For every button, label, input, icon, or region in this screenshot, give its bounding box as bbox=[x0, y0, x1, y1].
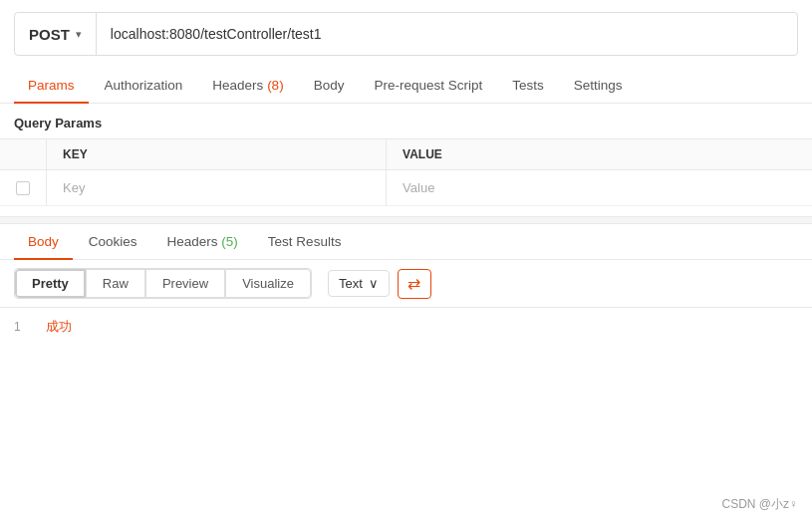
sub-tab-preview[interactable]: Preview bbox=[145, 269, 225, 298]
sub-tab-visualize[interactable]: Visualize bbox=[225, 269, 311, 298]
wrap-icon: ⇄ bbox=[407, 274, 420, 293]
response-tab-body[interactable]: Body bbox=[14, 224, 73, 259]
method-text: POST bbox=[29, 26, 70, 43]
tab-headers[interactable]: Headers (8) bbox=[198, 68, 297, 103]
sub-tabs-row: Pretty Raw Preview Visualize Text ∨ ⇄ bbox=[0, 260, 812, 308]
text-type-select[interactable]: Text ∨ bbox=[328, 270, 390, 297]
sub-tab-raw[interactable]: Raw bbox=[86, 269, 145, 298]
response-headers-badge: (5) bbox=[221, 234, 238, 249]
tab-tests[interactable]: Tests bbox=[498, 68, 558, 103]
tab-body[interactable]: Body bbox=[300, 68, 359, 103]
url-bar: POST ▾ bbox=[14, 12, 798, 56]
value-col-header: VALUE bbox=[387, 139, 812, 170]
line-number: 1 bbox=[14, 320, 30, 334]
response-tabs: Body Cookies Headers (5) Test Results bbox=[0, 224, 812, 260]
response-tab-headers[interactable]: Headers (5) bbox=[153, 224, 252, 259]
headers-badge: (8) bbox=[267, 78, 284, 93]
section-divider bbox=[0, 216, 812, 224]
sub-tab-pretty[interactable]: Pretty bbox=[15, 269, 86, 298]
response-line: 1 成功 bbox=[14, 318, 798, 336]
tab-settings[interactable]: Settings bbox=[560, 68, 637, 103]
tab-authorization[interactable]: Authorization bbox=[91, 68, 197, 103]
table-row: Key Value bbox=[0, 170, 812, 206]
params-table: KEY VALUE Key Value bbox=[0, 138, 812, 206]
value-cell[interactable]: Value bbox=[387, 170, 812, 206]
watermark: CSDN @小z♀ bbox=[721, 496, 798, 513]
wrap-button[interactable]: ⇄ bbox=[398, 269, 431, 299]
text-select-chevron: ∨ bbox=[369, 276, 379, 291]
response-tab-testresults[interactable]: Test Results bbox=[254, 224, 356, 259]
row-checkbox[interactable] bbox=[16, 181, 30, 195]
checkbox-col-header bbox=[0, 139, 47, 170]
request-tabs: Params Authorization Headers (8) Body Pr… bbox=[0, 68, 812, 104]
tab-params[interactable]: Params bbox=[14, 68, 89, 103]
key-cell[interactable]: Key bbox=[47, 170, 387, 206]
method-selector[interactable]: POST ▾ bbox=[15, 13, 97, 55]
sub-tabs-right: Text ∨ ⇄ bbox=[328, 269, 431, 299]
response-body: 1 成功 bbox=[0, 308, 812, 346]
chevron-down-icon: ▾ bbox=[76, 28, 82, 41]
query-params-label: Query Params bbox=[0, 104, 812, 138]
line-content: 成功 bbox=[46, 318, 72, 336]
sub-tabs-group: Pretty Raw Preview Visualize bbox=[14, 268, 312, 299]
response-tab-cookies[interactable]: Cookies bbox=[75, 224, 151, 259]
url-input[interactable] bbox=[97, 26, 797, 42]
tab-prerequest[interactable]: Pre-request Script bbox=[360, 68, 496, 103]
key-col-header: KEY bbox=[47, 139, 387, 170]
